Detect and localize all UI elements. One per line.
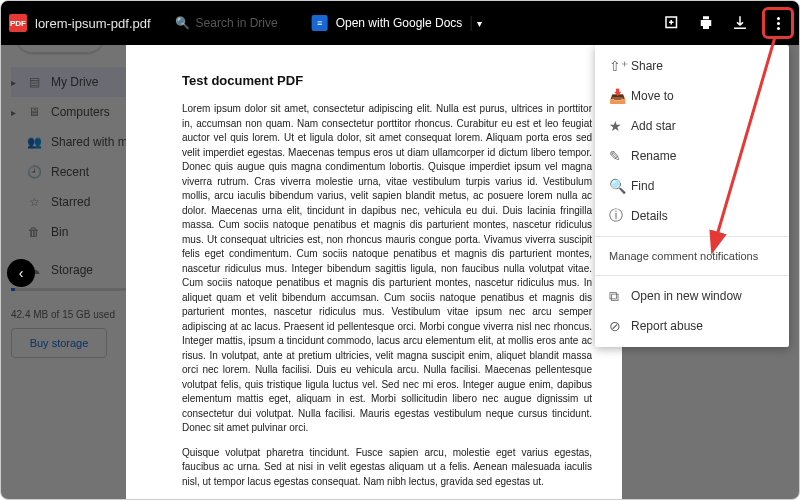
doc-paragraph: Lorem ipsum dolor sit amet, consectetur … bbox=[182, 102, 592, 436]
download-icon[interactable] bbox=[731, 14, 749, 32]
google-docs-icon: ≡ bbox=[312, 15, 328, 31]
menu-separator bbox=[595, 236, 789, 237]
add-to-drive-icon[interactable] bbox=[663, 14, 681, 32]
menu-item-move-to[interactable]: 📥Move to bbox=[595, 81, 789, 111]
chevron-left-icon: ‹ bbox=[19, 265, 24, 281]
menu-separator bbox=[595, 275, 789, 276]
more-actions-button[interactable] bbox=[765, 10, 791, 36]
print-icon[interactable] bbox=[697, 14, 715, 32]
search-icon: 🔍 bbox=[175, 16, 190, 30]
menu-item-report-abuse[interactable]: ⊘Report abuse bbox=[595, 311, 789, 341]
file-name: lorem-ipsum-pdf.pdf bbox=[35, 16, 151, 31]
menu-item-details[interactable]: ⓘDetails bbox=[595, 201, 789, 231]
menu-item-open-new-window[interactable]: ⧉Open in new window bbox=[595, 281, 789, 311]
document-page: Test document PDF Lorem ipsum dolor sit … bbox=[126, 45, 622, 499]
viewer-topbar: PDF lorem-ipsum-pdf.pdf 🔍 Search in Driv… bbox=[1, 1, 799, 45]
pdf-icon: PDF bbox=[9, 14, 27, 32]
drive-search[interactable]: 🔍 Search in Drive bbox=[175, 16, 278, 30]
doc-paragraph: Quisque volutpat pharetra tincidunt. Fus… bbox=[182, 446, 592, 490]
rename-icon: ✎ bbox=[609, 148, 631, 164]
doc-title: Test document PDF bbox=[182, 73, 592, 88]
report-icon: ⊘ bbox=[609, 318, 631, 334]
menu-item-rename[interactable]: ✎Rename bbox=[595, 141, 789, 171]
more-actions-menu: ⇧⁺Share 📥Move to ★Add star ✎Rename 🔍Find… bbox=[595, 45, 789, 347]
back-button[interactable]: ‹ bbox=[7, 259, 35, 287]
open-with-control[interactable]: ≡ Open with Google Docs ▾ bbox=[312, 15, 489, 31]
info-icon: ⓘ bbox=[609, 207, 631, 225]
menu-item-manage-notifications[interactable]: Manage comment notifications bbox=[595, 242, 789, 270]
find-icon: 🔍 bbox=[609, 178, 631, 194]
share-icon: ⇧⁺ bbox=[609, 58, 631, 74]
open-external-icon: ⧉ bbox=[609, 288, 631, 305]
menu-item-add-star[interactable]: ★Add star bbox=[595, 111, 789, 141]
move-icon: 📥 bbox=[609, 88, 631, 104]
star-icon: ★ bbox=[609, 118, 631, 134]
menu-item-find[interactable]: 🔍Find bbox=[595, 171, 789, 201]
open-with-label: Open with Google Docs bbox=[336, 16, 463, 30]
chevron-down-icon[interactable]: ▾ bbox=[470, 16, 488, 31]
menu-item-share[interactable]: ⇧⁺Share bbox=[595, 51, 789, 81]
